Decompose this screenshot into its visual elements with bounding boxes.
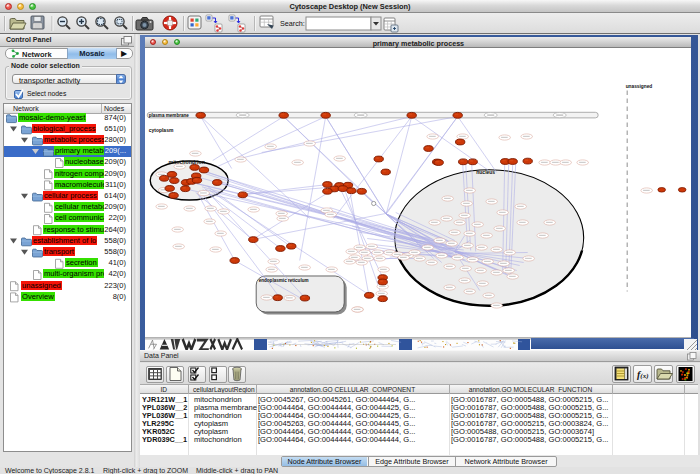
svg-text:f​(x): f​(x) [637, 369, 649, 380]
